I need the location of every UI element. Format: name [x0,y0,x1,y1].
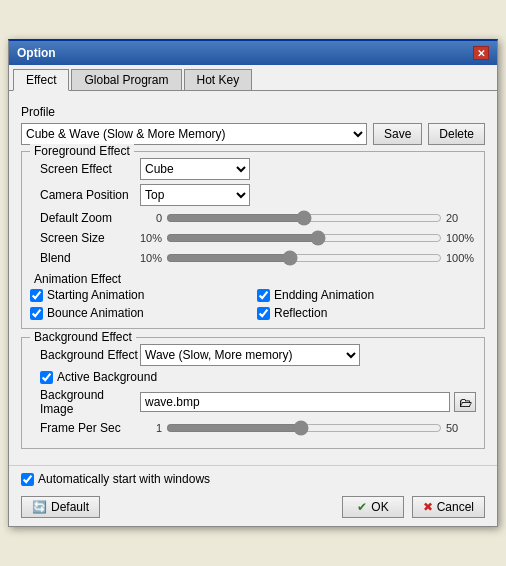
default-zoom-max: 20 [446,212,476,224]
blend-control: 10% 100% [140,250,476,266]
screen-effect-control: Cube Flip Slide [140,158,476,180]
tab-effect[interactable]: Effect [13,69,69,91]
frame-per-sec-min: 1 [140,422,162,434]
tab-hot-key[interactable]: Hot Key [184,69,253,90]
bottom-left: Automatically start with windows [21,472,210,486]
default-zoom-slider[interactable] [166,210,442,226]
frame-per-sec-control: 1 50 [140,420,476,436]
cancel-icon: ✖ [423,500,433,514]
default-zoom-row: Default Zoom 0 20 [30,210,476,226]
profile-row: Cube & Wave (Slow & More Memory) Save De… [21,123,485,145]
blend-row: Blend 10% 100% [30,250,476,266]
bottom-bar: Automatically start with windows [9,465,497,492]
blend-label: Blend [30,251,140,265]
refresh-icon: 🔄 [32,500,47,514]
cancel-label: Cancel [437,500,474,514]
animation-checkboxes: Starting Animation Endding Animation Bou… [30,288,476,320]
profile-select[interactable]: Cube & Wave (Slow & More Memory) [21,123,367,145]
screen-effect-row: Screen Effect Cube Flip Slide [30,158,476,180]
blend-min: 10% [140,252,162,264]
dialog-window: Option ✕ Effect Global Program Hot Key P… [8,39,498,527]
starting-animation-label: Starting Animation [47,288,144,302]
active-background-label: Active Background [57,370,157,384]
frame-per-sec-row: Frame Per Sec 1 50 [30,420,476,436]
ok-cancel-group: ✔ OK ✖ Cancel [342,496,485,518]
background-effect-title: Background Effect [30,330,136,344]
screen-size-row: Screen Size 10% 100% [30,230,476,246]
bg-effect-label: Background Effect [30,348,140,362]
bg-image-input[interactable] [140,392,450,412]
default-zoom-control: 0 20 [140,210,476,226]
frame-per-sec-label: Frame Per Sec [30,421,140,435]
screen-size-slider[interactable] [166,230,442,246]
reflection-label: Reflection [274,306,327,320]
frame-per-sec-slider[interactable] [166,420,442,436]
starting-animation-checkbox[interactable] [30,289,43,302]
title-bar: Option ✕ [9,41,497,65]
tab-global-program[interactable]: Global Program [71,69,181,90]
camera-position-label: Camera Position [30,188,140,202]
bg-effect-select[interactable]: Wave (Slow, More memory) None Blur [140,344,360,366]
foreground-effect-group: Foreground Effect Screen Effect Cube Fli… [21,151,485,329]
camera-position-select[interactable]: Top Bottom Front [140,184,250,206]
ending-animation-item: Endding Animation [257,288,476,302]
screen-size-label: Screen Size [30,231,140,245]
screen-size-max: 100% [446,232,476,244]
default-label: Default [51,500,89,514]
bg-image-row: Background Image 🗁 [30,388,476,416]
ok-label: OK [371,500,388,514]
animation-effect-title: Animation Effect [30,272,125,286]
bg-image-label: Background Image [30,388,140,416]
tab-bar: Effect Global Program Hot Key [9,65,497,91]
frame-per-sec-max: 50 [446,422,476,434]
screen-effect-select[interactable]: Cube Flip Slide [140,158,250,180]
bg-effect-control: Wave (Slow, More memory) None Blur [140,344,476,366]
screen-size-control: 10% 100% [140,230,476,246]
reflection-checkbox[interactable] [257,307,270,320]
animation-effect-section: Animation Effect Starting Animation Endd… [30,272,476,320]
window-title: Option [17,46,56,60]
default-button[interactable]: 🔄 Default [21,496,100,518]
cancel-button[interactable]: ✖ Cancel [412,496,485,518]
ending-animation-checkbox[interactable] [257,289,270,302]
bg-image-control: 🗁 [140,392,476,412]
active-background-row: Active Background [30,370,476,384]
auto-start-checkbox[interactable] [21,473,34,486]
bounce-animation-checkbox[interactable] [30,307,43,320]
blend-slider[interactable] [166,250,442,266]
bg-effect-row: Background Effect Wave (Slow, More memor… [30,344,476,366]
screen-effect-label: Screen Effect [30,162,140,176]
ok-button[interactable]: ✔ OK [342,496,403,518]
screen-size-min: 10% [140,232,162,244]
camera-position-control: Top Bottom Front [140,184,476,206]
bounce-animation-item: Bounce Animation [30,306,249,320]
reflection-item: Reflection [257,306,476,320]
starting-animation-item: Starting Animation [30,288,249,302]
active-background-checkbox[interactable] [40,371,53,384]
action-bar: 🔄 Default ✔ OK ✖ Cancel [9,492,497,526]
auto-start-row: Automatically start with windows [21,472,210,486]
auto-start-label: Automatically start with windows [38,472,210,486]
bounce-animation-label: Bounce Animation [47,306,144,320]
delete-button[interactable]: Delete [428,123,485,145]
background-effect-group: Background Effect Background Effect Wave… [21,337,485,449]
active-background-control: Active Background [30,370,157,384]
ending-animation-label: Endding Animation [274,288,374,302]
browse-button[interactable]: 🗁 [454,392,476,412]
camera-position-row: Camera Position Top Bottom Front [30,184,476,206]
close-button[interactable]: ✕ [473,46,489,60]
save-button[interactable]: Save [373,123,422,145]
default-zoom-label: Default Zoom [30,211,140,225]
default-zoom-min: 0 [140,212,162,224]
tab-content: Profile Cube & Wave (Slow & More Memory)… [9,91,497,465]
blend-max: 100% [446,252,476,264]
foreground-effect-title: Foreground Effect [30,144,134,158]
ok-icon: ✔ [357,500,367,514]
profile-label: Profile [21,105,485,119]
